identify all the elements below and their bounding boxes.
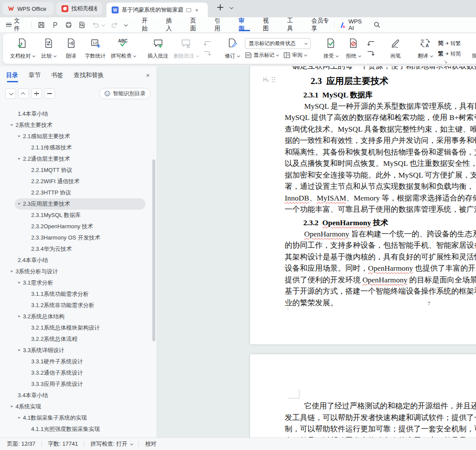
- tab-list-chevron-icon[interactable]: [230, 6, 233, 9]
- new-tab-button[interactable]: [217, 4, 226, 13]
- export-pdf-icon[interactable]: [51, 21, 58, 29]
- toc-item[interactable]: 3.1.1系统功能需求分析: [0, 288, 151, 300]
- simplified-to-traditional-button[interactable]: 简 转繁: [438, 39, 461, 47]
- sidebar-tab-find-replace[interactable]: 查找和替换: [74, 66, 104, 84]
- doc-line[interactable]: 署，通过设置主节点和从节点实现数据复制和负载均衡，: [285, 181, 476, 192]
- toc-collapse-icon[interactable]: [10, 271, 13, 272]
- toc-item[interactable]: 3系统分析与设计: [0, 266, 151, 277]
- menu-item-home[interactable]: 开始: [142, 17, 153, 32]
- document-page-8[interactable]: 它使用了经过严格测试的和稳定的开源组件，并且还提发工具链，可以帮助开发者快速构建…: [250, 354, 476, 437]
- menu-item-tools[interactable]: 工具: [287, 17, 299, 32]
- toc-item[interactable]: 2.3应用层主要技术: [15, 198, 145, 210]
- wps-ai-button[interactable]: WPS AI: [340, 18, 368, 31]
- sidebar-scrollbar[interactable]: [152, 159, 155, 341]
- previous-comment-button[interactable]: [202, 40, 212, 47]
- collapse-all-button[interactable]: [18, 88, 29, 99]
- doc-line[interactable]: 查询优化技术。MySQL 具备数据完整性约束，如主键、唯: [285, 123, 476, 135]
- toc-item[interactable]: 3.2.2系统总体流程: [0, 333, 151, 345]
- toc-item[interactable]: 2.3.2OpenHarmony 技术: [0, 221, 151, 232]
- tab-preview-icon[interactable]: [186, 8, 191, 12]
- toc-item[interactable]: 2系统主要技术: [0, 120, 151, 131]
- accept-revision-button[interactable]: 接受: [319, 35, 342, 62]
- next-comment-button[interactable]: [202, 50, 212, 57]
- toc-item[interactable]: 2.3.3Harmony OS 开发技术: [0, 232, 151, 243]
- toc-item[interactable]: 3.4本章小结: [0, 390, 151, 401]
- sidebar-tab-chapter[interactable]: 章节: [29, 66, 41, 84]
- redo-icon[interactable]: [111, 21, 119, 29]
- word-count-indicator[interactable]: 字数: 17741: [48, 440, 78, 448]
- reject-revision-button[interactable]: 拒绝: [342, 35, 364, 62]
- menu-item-membership[interactable]: 会员专享: [312, 17, 334, 32]
- spellcheck-toggle[interactable]: 拼写检查: 打开: [90, 440, 132, 448]
- restrict-editing-button[interactable]: 限制编辑: [470, 35, 476, 62]
- toc-item[interactable]: 2.1感知层主要技术: [0, 131, 151, 142]
- toc-item[interactable]: 4系统实现: [0, 401, 151, 412]
- toc-collapse-icon[interactable]: [18, 350, 20, 351]
- toc-item[interactable]: 3.3.1硬件子系统设计: [0, 356, 151, 367]
- search-icon[interactable]: [373, 21, 381, 29]
- doc-line[interactable]: 一确定互联网上的每一个资源，便于精准地请求和获取数据: [285, 66, 476, 72]
- track-changes-button[interactable]: 修订: [221, 35, 243, 62]
- quickbar-more-chevron-icon[interactable]: [124, 23, 127, 26]
- toc-item[interactable]: 2.1.1传感器技术: [0, 142, 151, 153]
- sidebar-tab-bookmark[interactable]: 书签: [51, 66, 63, 84]
- doc-line[interactable]: 据的一致性和有效性，支持多用户并发访问，采用事务和锁: [285, 135, 476, 146]
- doc-line[interactable]: 业的繁荣发展。: [285, 297, 476, 309]
- menu-item-view[interactable]: 视图: [263, 17, 274, 32]
- toc-item[interactable]: 3.1需求分析: [0, 277, 151, 288]
- toc-item[interactable]: 4.1.1光照强度数据采集实现: [0, 424, 151, 435]
- document-page-7[interactable]: H₂ 一确定互联网上的每一个资源，便于精准地请求和获取数据2.3 应用层主要技术…: [250, 66, 476, 344]
- tab-active-document[interactable]: W 基于鸿蒙系统的智能家庭照明 ×: [106, 3, 208, 17]
- toc-item[interactable]: 1.4本章小结: [0, 108, 151, 120]
- doc-line[interactable]: 制，可以帮助软件运行更加可靠；提供了一套安全机制，可: [285, 423, 476, 435]
- toc-item[interactable]: 4.1数据采集子系统的实现: [0, 412, 151, 424]
- menu-item-page[interactable]: 页面: [190, 17, 201, 32]
- proofread-button[interactable]: 校对: [145, 440, 156, 448]
- ribbon-expand-icon[interactable]: ↘: [444, 59, 447, 65]
- toc-collapse-icon[interactable]: [18, 282, 20, 284]
- pen-button[interactable]: 画笔: [384, 35, 407, 62]
- toc-collapse-icon[interactable]: [18, 136, 20, 137]
- undo-icon[interactable]: [92, 21, 100, 29]
- word-count-button[interactable]: 12 字数统计: [82, 35, 108, 62]
- print-icon[interactable]: [64, 21, 72, 29]
- compare-button[interactable]: 比较: [37, 35, 60, 62]
- toc-item[interactable]: 3.2.1系统总体模块架构设计: [0, 322, 151, 333]
- previous-revision-button[interactable]: [366, 40, 376, 47]
- menu-item-insert[interactable]: 插入: [166, 17, 177, 32]
- drag-handle-icon[interactable]: [272, 77, 275, 83]
- next-revision-button[interactable]: [366, 50, 376, 57]
- zoom-out-toc-button[interactable]: [44, 88, 55, 99]
- show-markup-button[interactable]: 显示标记: [245, 52, 278, 59]
- insert-comment-button[interactable]: 插入批注: [145, 35, 171, 62]
- doc-line[interactable]: 以及点播恢复和时间点恢复。MySQL 也注重数据安全性，: [285, 158, 476, 169]
- expand-all-button[interactable]: [5, 88, 16, 99]
- sidebar-close-icon[interactable]: ×: [146, 71, 150, 79]
- smart-toc-button[interactable]: 智能识别目录: [99, 88, 151, 99]
- toc-item[interactable]: 2.2.1MQTT 协议: [0, 165, 151, 176]
- traditional-to-simplified-button[interactable]: 繁 转简: [438, 50, 461, 58]
- doc-line[interactable]: 其架构设计是基于微内核的，具有良好的可扩展性和灵活性: [285, 251, 476, 263]
- toc-item[interactable]: 2.4本章小结: [0, 255, 151, 266]
- toc-item[interactable]: 3.2系统总体结构: [0, 311, 151, 322]
- toc-collapse-icon[interactable]: [18, 316, 20, 317]
- undo-history-chevron-icon[interactable]: [102, 23, 105, 26]
- doc-line[interactable]: MySQL 提供了高效的数据存储和检索功能，使用 B+树索引: [285, 112, 476, 123]
- tab-close-icon[interactable]: ×: [195, 7, 199, 13]
- doc-line[interactable]: 一个功能丰富、可靠且易于使用的数据库管理系统，被广泛: [285, 204, 476, 215]
- toc-item[interactable]: 2.2.2WIFI 通信技术: [0, 176, 151, 187]
- doc-line[interactable]: MySQL 是一种开源的关系型数据库管理系统，具有以下: [285, 100, 476, 112]
- spell-check-button[interactable]: ABC 拼写检查: [108, 35, 138, 62]
- print-preview-icon[interactable]: [78, 21, 86, 29]
- toc-collapse-icon[interactable]: [18, 203, 20, 205]
- sidebar-tab-catalog[interactable]: 目录: [6, 66, 18, 84]
- page-indicator[interactable]: 页面: 12/37: [7, 440, 35, 448]
- translate-button[interactable]: 文A 翻译: [414, 35, 436, 62]
- doc-line[interactable]: 2.3 应用层主要技术: [311, 74, 476, 87]
- toc-item[interactable]: 3.1.2系统非功能需求分析: [0, 300, 151, 311]
- doc-line[interactable]: InnoDB、MyISAM、Memory 等，根据需求选择适合的存储: [285, 192, 476, 204]
- doc-line[interactable]: 设备和应用场景。同时，OpenHarmony 也提供了丰富的开发: [285, 262, 476, 274]
- toc-item[interactable]: 2.2.3HTTP 协议: [0, 187, 151, 198]
- doc-line[interactable]: 提供了便利的开发环境 OpenHarmony 的目标是面向全场景: [285, 274, 476, 286]
- toc-item[interactable]: 2.2通信层主要技术: [0, 153, 151, 165]
